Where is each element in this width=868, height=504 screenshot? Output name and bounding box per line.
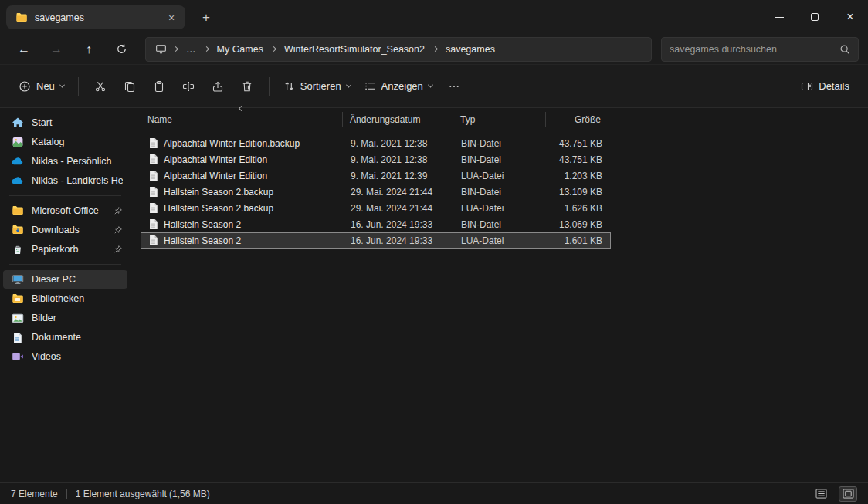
breadcrumb-item-winterresort[interactable]: WinterResortSimulator_Season2 — [283, 42, 426, 56]
cut-icon — [94, 80, 107, 93]
sidebar-item-bibliotheken[interactable]: Bibliotheken — [3, 289, 127, 308]
chevron-right-icon[interactable] — [203, 46, 209, 52]
file-row[interactable]: Hallstein Season 2.backup 29. Mai. 2024 … — [141, 200, 611, 216]
details-view-icon — [815, 489, 827, 499]
forward-button[interactable]: → — [42, 37, 71, 62]
onedrive-icon — [11, 175, 24, 187]
paste-button[interactable] — [145, 73, 173, 100]
file-type: BIN-Datei — [454, 187, 547, 198]
sidebar-item-bilder[interactable]: Bilder — [3, 309, 127, 327]
column-header-date[interactable]: Änderungsdatum — [343, 112, 453, 127]
column-header-size[interactable]: Größe — [546, 112, 609, 127]
sidebar-divider — [9, 195, 121, 196]
file-size: 1.626 KB — [547, 203, 610, 214]
file-row[interactable]: Hallstein Season 2.backup 29. Mai. 2024 … — [141, 184, 611, 200]
sidebar-item-label: Videos — [32, 351, 123, 362]
file-row[interactable]: Alpbachtal Winter Edition.backup 9. Mai.… — [141, 135, 611, 151]
sidebar-item-katalog[interactable]: Katalog — [3, 133, 127, 151]
toolbar-divider — [78, 77, 79, 96]
sidebar-item-onedrive-landkreis[interactable]: Niklas - Landkreis Heid — [3, 171, 127, 190]
file-type: BIN-Datei — [454, 138, 547, 149]
sidebar-item-videos[interactable]: Videos — [3, 347, 127, 366]
back-button[interactable]: ← — [9, 37, 39, 62]
folder-icon — [15, 12, 28, 24]
refresh-button[interactable] — [107, 37, 136, 62]
up-button[interactable]: ↑ — [74, 37, 103, 62]
file-row[interactable]: Hallstein Season 2 16. Jun. 2024 19:33 B… — [141, 216, 611, 232]
sidebar-item-label: Start — [32, 117, 123, 128]
file-type: LUA-Datei — [454, 235, 547, 246]
file-row[interactable]: Alpbachtal Winter Edition 9. Mai. 2021 1… — [141, 151, 611, 167]
new-button[interactable]: Neu — [12, 73, 70, 100]
maximize-icon — [811, 13, 819, 21]
view-icon — [364, 80, 376, 92]
sidebar-item-label: Dieser PC — [32, 274, 123, 285]
delete-button[interactable] — [233, 73, 261, 100]
new-label: Neu — [36, 80, 55, 92]
sidebar-item-microsoft-office[interactable]: Microsoft Office — [3, 201, 127, 220]
sidebar-item-label: Bilder — [32, 313, 123, 323]
breadcrumb-item-savegames[interactable]: savegames — [444, 42, 497, 56]
rename-button[interactable] — [175, 73, 202, 100]
search-icon[interactable] — [839, 44, 850, 55]
large-thumbnail-view-toggle[interactable] — [839, 486, 857, 502]
share-icon — [212, 80, 224, 93]
new-tab-button[interactable]: + — [196, 8, 216, 27]
sidebar-item-start[interactable]: Start — [3, 113, 127, 132]
sort-button[interactable]: Sortieren — [277, 73, 357, 100]
search-input[interactable] — [670, 44, 835, 55]
file-icon — [148, 154, 158, 165]
details-view-toggle[interactable] — [812, 486, 830, 502]
chevron-right-icon[interactable] — [432, 46, 438, 52]
sidebar-item-papierkorb[interactable]: Papierkorb — [3, 240, 127, 259]
file-name: Alpbachtal Winter Edition — [164, 154, 267, 165]
details-pane-button[interactable]: Details — [795, 73, 856, 100]
share-button[interactable] — [204, 73, 232, 100]
copy-icon — [124, 80, 136, 93]
sidebar-item-label: Papierkorb — [32, 244, 106, 255]
sidebar-item-label: Niklas - Persönlich — [32, 156, 123, 167]
home-icon — [11, 117, 24, 129]
breadcrumb: … My Games WinterResortSimulator_Season2… — [145, 37, 652, 62]
breadcrumb-item-my-games[interactable]: My Games — [215, 42, 265, 56]
chevron-right-icon[interactable] — [271, 46, 276, 52]
cut-button[interactable] — [86, 73, 114, 100]
titlebar-drag-area[interactable] — [216, 0, 761, 34]
explorer-tab[interactable]: savegames × — [6, 5, 185, 29]
column-header-type[interactable]: Typ — [453, 112, 546, 127]
tab-close-icon[interactable]: × — [164, 10, 179, 25]
search-box — [661, 37, 859, 62]
maximize-button[interactable] — [797, 0, 832, 34]
title-bar: savegames × + × — [0, 0, 868, 34]
file-name: Alpbachtal Winter Edition — [164, 171, 267, 181]
sidebar-item-downloads[interactable]: Downloads — [3, 221, 127, 239]
library-icon — [11, 293, 24, 305]
copy-button[interactable] — [116, 73, 144, 100]
close-button[interactable]: × — [832, 0, 868, 34]
chevron-right-icon[interactable] — [173, 46, 178, 52]
file-size: 43.751 KB — [547, 138, 610, 149]
file-icon — [148, 218, 158, 230]
sort-ascending-icon — [238, 106, 243, 111]
gallery-icon — [11, 136, 24, 148]
delete-icon — [241, 80, 253, 93]
minimize-button[interactable] — [761, 0, 797, 34]
close-icon: × — [846, 11, 853, 23]
view-button[interactable]: Anzeigen — [358, 73, 439, 100]
breadcrumb-ellipsis[interactable]: … — [185, 42, 198, 56]
sidebar-item-dieser-pc[interactable]: Dieser PC — [3, 270, 127, 289]
file-date: 9. Mai. 2021 12:38 — [344, 154, 454, 165]
sidebar-item-onedrive-personal[interactable]: Niklas - Persönlich — [3, 152, 127, 171]
sidebar-divider — [9, 264, 121, 265]
pin-icon — [114, 245, 123, 254]
command-bar: Neu Sortieren — [0, 65, 868, 108]
file-row[interactable]: Alpbachtal Winter Edition 9. Mai. 2021 1… — [141, 167, 611, 184]
this-pc-crumb-icon[interactable] — [155, 43, 167, 55]
more-button[interactable] — [440, 73, 468, 100]
sidebar-item-dokumente[interactable]: Dokumente — [3, 328, 127, 347]
file-row-selected[interactable]: Hallstein Season 2 16. Jun. 2024 19:33 L… — [141, 232, 611, 249]
navigation-pane: Start Katalog Niklas - Persönlich Niklas… — [0, 108, 131, 482]
sidebar-item-label: Dokumente — [32, 332, 123, 343]
file-name: Hallstein Season 2 — [164, 235, 241, 246]
column-header-name[interactable]: Name — [141, 112, 343, 127]
